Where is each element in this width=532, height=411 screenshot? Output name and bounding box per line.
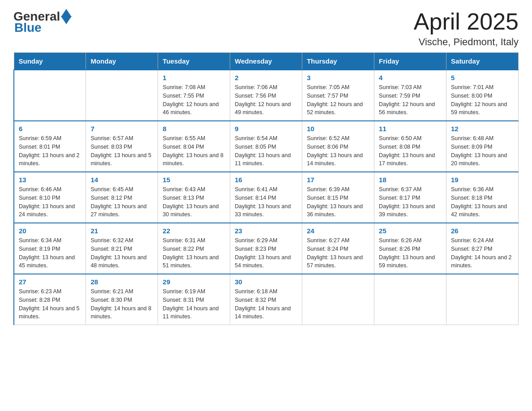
- day-info: Sunrise: 6:52 AMSunset: 8:06 PMDaylight:…: [307, 134, 369, 168]
- calendar-cell: 27Sunrise: 6:23 AMSunset: 8:28 PMDayligh…: [14, 274, 86, 325]
- month-title: April 2025: [414, 9, 519, 34]
- calendar-cell: 30Sunrise: 6:18 AMSunset: 8:32 PMDayligh…: [230, 274, 302, 325]
- calendar-cell: 3Sunrise: 7:05 AMSunset: 7:57 PMDaylight…: [302, 70, 374, 121]
- day-info: Sunrise: 6:59 AMSunset: 8:01 PMDaylight:…: [19, 134, 81, 168]
- day-info: Sunrise: 6:50 AMSunset: 8:08 PMDaylight:…: [379, 134, 442, 168]
- day-info: Sunrise: 6:31 AMSunset: 8:22 PMDaylight:…: [163, 236, 225, 270]
- day-info: Sunrise: 6:55 AMSunset: 8:04 PMDaylight:…: [163, 134, 225, 168]
- day-info: Sunrise: 6:24 AMSunset: 8:27 PMDaylight:…: [451, 236, 514, 270]
- day-info: Sunrise: 6:26 AMSunset: 8:26 PMDaylight:…: [379, 236, 442, 270]
- calendar-cell: 19Sunrise: 6:36 AMSunset: 8:18 PMDayligh…: [446, 172, 519, 223]
- day-number: 11: [379, 125, 442, 133]
- calendar-cell: 4Sunrise: 7:03 AMSunset: 7:59 PMDaylight…: [374, 70, 446, 121]
- page-header: General Blue April 2025 Vische, Piedmont…: [13, 9, 519, 48]
- logo-blue-text: Blue: [14, 21, 42, 35]
- calendar-cell: 9Sunrise: 6:54 AMSunset: 8:05 PMDaylight…: [230, 121, 302, 172]
- day-info: Sunrise: 6:27 AMSunset: 8:24 PMDaylight:…: [307, 236, 369, 270]
- day-number: 13: [19, 176, 81, 184]
- day-number: 29: [163, 278, 225, 286]
- day-number: 26: [451, 227, 514, 235]
- logo: General Blue: [13, 9, 72, 35]
- day-info: Sunrise: 7:06 AMSunset: 7:56 PMDaylight:…: [235, 83, 297, 117]
- day-number: 27: [19, 278, 81, 286]
- calendar-cell: 15Sunrise: 6:43 AMSunset: 8:13 PMDayligh…: [158, 172, 230, 223]
- weekday-header-saturday: Saturday: [446, 53, 519, 70]
- day-number: 21: [90, 227, 153, 235]
- day-number: 10: [307, 125, 369, 133]
- day-number: 8: [163, 125, 225, 133]
- day-number: 23: [235, 227, 297, 235]
- calendar-cell: 12Sunrise: 6:48 AMSunset: 8:09 PMDayligh…: [446, 121, 519, 172]
- week-row-3: 13Sunrise: 6:46 AMSunset: 8:10 PMDayligh…: [14, 172, 519, 223]
- calendar-cell: 29Sunrise: 6:19 AMSunset: 8:31 PMDayligh…: [158, 274, 230, 325]
- calendar-cell: [446, 274, 519, 325]
- day-number: 4: [379, 74, 442, 81]
- day-number: 17: [307, 176, 369, 184]
- calendar-cell: [14, 70, 86, 121]
- day-info: Sunrise: 6:48 AMSunset: 8:09 PMDaylight:…: [451, 134, 514, 168]
- day-info: Sunrise: 6:45 AMSunset: 8:12 PMDaylight:…: [90, 185, 153, 219]
- calendar-cell: 11Sunrise: 6:50 AMSunset: 8:08 PMDayligh…: [374, 121, 446, 172]
- day-info: Sunrise: 7:08 AMSunset: 7:55 PMDaylight:…: [163, 83, 225, 117]
- day-info: Sunrise: 6:39 AMSunset: 8:15 PMDaylight:…: [307, 185, 369, 219]
- day-number: 12: [451, 125, 514, 133]
- day-info: Sunrise: 7:05 AMSunset: 7:57 PMDaylight:…: [307, 83, 369, 117]
- week-row-5: 27Sunrise: 6:23 AMSunset: 8:28 PMDayligh…: [14, 274, 519, 325]
- day-info: Sunrise: 6:32 AMSunset: 8:21 PMDaylight:…: [90, 236, 153, 270]
- calendar-cell: 18Sunrise: 6:37 AMSunset: 8:17 PMDayligh…: [374, 172, 446, 223]
- week-row-1: 1Sunrise: 7:08 AMSunset: 7:55 PMDaylight…: [14, 70, 519, 121]
- weekday-header-sunday: Sunday: [14, 53, 86, 70]
- day-number: 24: [307, 227, 369, 235]
- calendar-cell: 28Sunrise: 6:21 AMSunset: 8:30 PMDayligh…: [86, 274, 158, 325]
- day-number: 7: [90, 125, 153, 133]
- week-row-2: 6Sunrise: 6:59 AMSunset: 8:01 PMDaylight…: [14, 121, 519, 172]
- day-number: 3: [307, 74, 369, 81]
- day-info: Sunrise: 6:57 AMSunset: 8:03 PMDaylight:…: [90, 134, 153, 168]
- calendar-cell: 5Sunrise: 7:01 AMSunset: 8:00 PMDaylight…: [446, 70, 519, 121]
- calendar-cell: 8Sunrise: 6:55 AMSunset: 8:04 PMDaylight…: [158, 121, 230, 172]
- calendar-cell: 6Sunrise: 6:59 AMSunset: 8:01 PMDaylight…: [14, 121, 86, 172]
- day-number: 9: [235, 125, 297, 133]
- day-number: 30: [235, 278, 297, 286]
- day-number: 6: [19, 125, 81, 133]
- day-info: Sunrise: 6:54 AMSunset: 8:05 PMDaylight:…: [235, 134, 297, 168]
- calendar-cell: 25Sunrise: 6:26 AMSunset: 8:26 PMDayligh…: [374, 223, 446, 274]
- calendar-cell: 24Sunrise: 6:27 AMSunset: 8:24 PMDayligh…: [302, 223, 374, 274]
- day-info: Sunrise: 6:36 AMSunset: 8:18 PMDaylight:…: [451, 185, 514, 219]
- day-info: Sunrise: 7:03 AMSunset: 7:59 PMDaylight:…: [379, 83, 442, 117]
- calendar-cell: 17Sunrise: 6:39 AMSunset: 8:15 PMDayligh…: [302, 172, 374, 223]
- day-number: 1: [163, 74, 225, 81]
- day-info: Sunrise: 6:29 AMSunset: 8:23 PMDaylight:…: [235, 236, 297, 270]
- calendar-cell: 2Sunrise: 7:06 AMSunset: 7:56 PMDaylight…: [230, 70, 302, 121]
- day-number: 16: [235, 176, 297, 184]
- calendar-table: SundayMondayTuesdayWednesdayThursdayFrid…: [13, 52, 519, 325]
- weekday-header-friday: Friday: [374, 53, 446, 70]
- calendar-cell: 1Sunrise: 7:08 AMSunset: 7:55 PMDaylight…: [158, 70, 230, 121]
- calendar-cell: 10Sunrise: 6:52 AMSunset: 8:06 PMDayligh…: [302, 121, 374, 172]
- day-number: 2: [235, 74, 297, 81]
- calendar-cell: [374, 274, 446, 325]
- calendar-cell: 16Sunrise: 6:41 AMSunset: 8:14 PMDayligh…: [230, 172, 302, 223]
- day-info: Sunrise: 6:41 AMSunset: 8:14 PMDaylight:…: [235, 185, 297, 219]
- calendar-cell: 21Sunrise: 6:32 AMSunset: 8:21 PMDayligh…: [86, 223, 158, 274]
- day-info: Sunrise: 6:18 AMSunset: 8:32 PMDaylight:…: [235, 287, 297, 321]
- calendar-cell: [302, 274, 374, 325]
- day-info: Sunrise: 6:19 AMSunset: 8:31 PMDaylight:…: [163, 287, 225, 321]
- day-number: 14: [90, 176, 153, 184]
- calendar-cell: 7Sunrise: 6:57 AMSunset: 8:03 PMDaylight…: [86, 121, 158, 172]
- calendar-cell: [86, 70, 158, 121]
- day-number: 5: [451, 74, 514, 81]
- day-info: Sunrise: 6:23 AMSunset: 8:28 PMDaylight:…: [19, 287, 81, 321]
- calendar-cell: 22Sunrise: 6:31 AMSunset: 8:22 PMDayligh…: [158, 223, 230, 274]
- weekday-header-monday: Monday: [86, 53, 158, 70]
- title-block: April 2025 Vische, Piedmont, Italy: [414, 9, 519, 48]
- weekday-header-wednesday: Wednesday: [230, 53, 302, 70]
- calendar-cell: 23Sunrise: 6:29 AMSunset: 8:23 PMDayligh…: [230, 223, 302, 274]
- header-row: SundayMondayTuesdayWednesdayThursdayFrid…: [14, 53, 519, 70]
- location-subtitle: Vische, Piedmont, Italy: [414, 36, 519, 48]
- calendar-cell: 20Sunrise: 6:34 AMSunset: 8:19 PMDayligh…: [14, 223, 86, 274]
- day-number: 28: [90, 278, 153, 286]
- day-number: 18: [379, 176, 442, 184]
- weekday-header-thursday: Thursday: [302, 53, 374, 70]
- day-number: 22: [163, 227, 225, 235]
